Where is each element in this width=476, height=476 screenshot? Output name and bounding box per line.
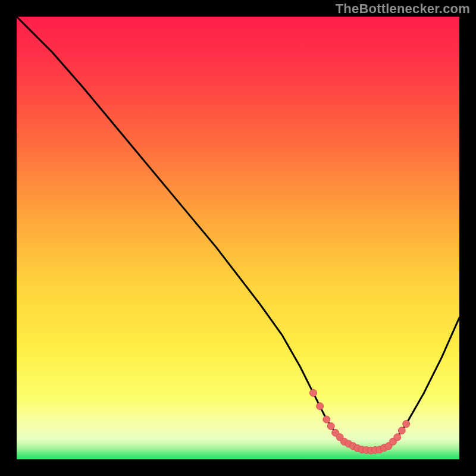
marker-dot bbox=[394, 434, 401, 441]
marker-dot bbox=[398, 427, 405, 434]
marker-dot bbox=[309, 389, 317, 396]
plot-area bbox=[17, 17, 459, 459]
chart-container: TheBottlenecker.com bbox=[0, 0, 476, 476]
watermark-text: TheBottlenecker.com bbox=[336, 1, 470, 17]
marker-dot bbox=[327, 422, 334, 430]
gradient-background bbox=[17, 17, 459, 459]
chart-svg bbox=[17, 17, 459, 459]
marker-dot bbox=[317, 403, 324, 410]
marker-dot bbox=[403, 420, 410, 427]
marker-dot bbox=[323, 416, 330, 423]
